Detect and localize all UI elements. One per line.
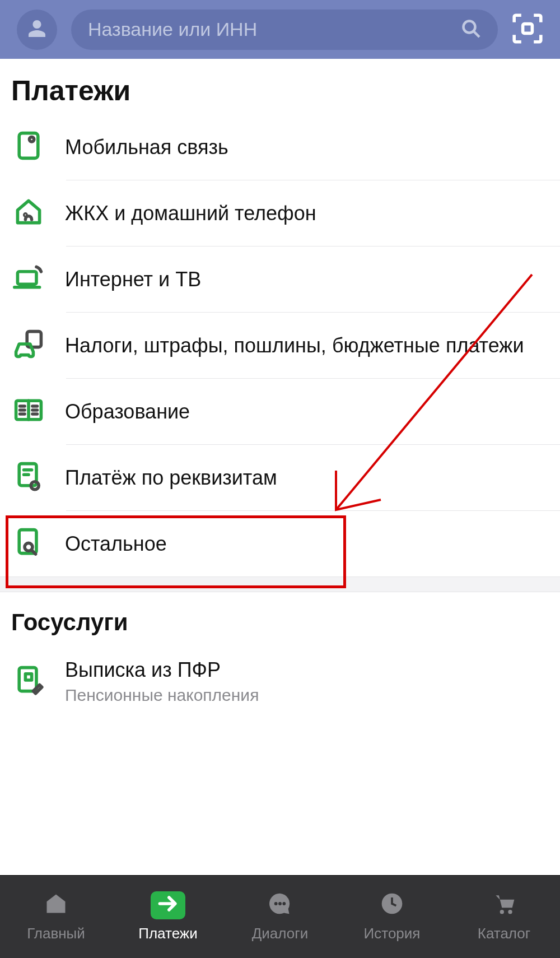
list-item-education[interactable]: Образование [0,378,560,444]
list-item-sublabel: Пенсионные накопления [65,686,259,705]
doc-magnify-icon [13,527,44,560]
book-icon [13,394,44,428]
chat-icon [268,891,292,920]
svg-point-31 [508,910,512,914]
list-item-internet[interactable]: Интернет и ТВ [0,246,560,312]
mobile-icon [13,130,44,164]
search-bar[interactable]: Название или ИНН [71,10,498,50]
svg-rect-3 [19,133,38,159]
cart-icon [492,891,516,920]
doc-pencil-icon [13,664,44,698]
tab-label: Диалоги [252,925,309,942]
svg-point-0 [464,21,475,32]
tab-label: Платежи [138,925,197,942]
tab-catalog[interactable]: Каталог [448,891,560,942]
list-item-label: ЖКХ и домашний телефон [65,201,316,226]
list-item-other[interactable]: Остальное [0,510,560,576]
home-icon [44,891,68,920]
house-phone-icon [13,196,44,230]
list-item-label: Мобильная связь [65,134,228,160]
clock-icon [380,891,404,920]
svg-point-28 [282,902,286,905]
profile-avatar-button[interactable] [17,10,57,50]
tab-home[interactable]: Главный [0,891,112,942]
tab-label: Главный [27,925,85,942]
qr-icon [512,36,543,46]
qr-scan-button[interactable] [512,13,543,46]
tab-history[interactable]: История [336,891,448,942]
list-item-mobile[interactable]: Мобильная связь [0,114,560,180]
list-item-pfr[interactable]: Выписка из ПФР Пенсионные накопления [0,644,560,718]
svg-point-26 [274,902,278,905]
tab-label: История [364,925,421,942]
document-search-icon [13,461,44,494]
tab-dialogs[interactable]: Диалоги [224,891,336,942]
list-item-label: Платёж по реквизитам [65,465,277,490]
app-header: Название или ИНН [0,0,560,59]
list-item-label: Образование [65,399,190,424]
list-item-utilities[interactable]: ЖКХ и домашний телефон [0,180,560,246]
list-item-taxes[interactable]: Налоги, штрафы, пошлины, бюджетные плате… [0,312,560,378]
svg-point-27 [278,902,282,905]
svg-rect-2 [523,24,533,33]
svg-line-1 [474,31,480,37]
list-item-label: Остальное [65,531,167,556]
bottom-tab-bar: Главный Платежи Диалоги История Каталог [0,875,560,958]
laptop-wifi-icon [13,262,44,296]
list-item-label: Интернет и ТВ [65,267,201,292]
search-placeholder: Название или ИНН [88,18,453,40]
list-item-label: Выписка из ПФР [65,657,259,682]
tab-label: Каталог [478,925,531,942]
person-icon [27,18,47,41]
section-title-gosuslugi: Госуслуги [0,592,560,644]
svg-point-30 [500,910,504,914]
svg-point-4 [29,137,34,142]
svg-rect-6 [17,272,36,284]
tab-payments[interactable]: Платежи [112,891,224,942]
list-item-label: Налоги, штрафы, пошлины, бюджетные плате… [65,333,524,358]
gosuslugi-list: Выписка из ПФР Пенсионные накопления [0,644,560,718]
page-title-payments: Платежи [0,59,560,114]
arrow-right-icon [156,891,180,920]
list-item-requisites[interactable]: Платёж по реквизитам [0,444,560,510]
payments-list: Мобильная связь ЖКХ и домашний телефон И… [0,114,560,576]
search-icon [461,18,481,41]
svg-point-5 [25,214,26,216]
car-doc-icon [13,328,44,362]
section-divider [0,576,560,592]
